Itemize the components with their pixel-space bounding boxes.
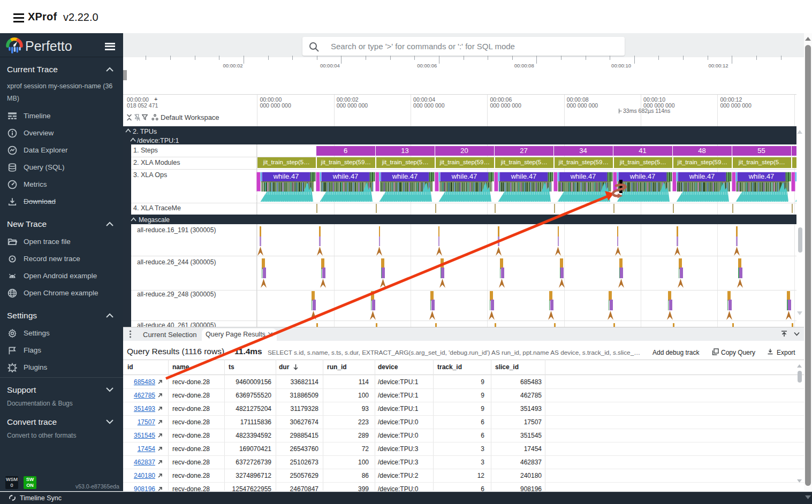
svg-text:while.47: while.47: [451, 172, 477, 180]
svg-text:while.47: while.47: [392, 172, 418, 180]
svg-text:while.47: while.47: [689, 172, 715, 180]
svg-text:while.47: while.47: [332, 172, 359, 180]
svg-text:while.47: while.47: [273, 172, 299, 180]
svg-text:while.47: while.47: [511, 172, 537, 180]
svg-text:while.47: while.47: [629, 172, 656, 180]
svg-text:while.47: while.47: [748, 172, 775, 180]
svg-text:while.47: while.47: [570, 172, 596, 180]
